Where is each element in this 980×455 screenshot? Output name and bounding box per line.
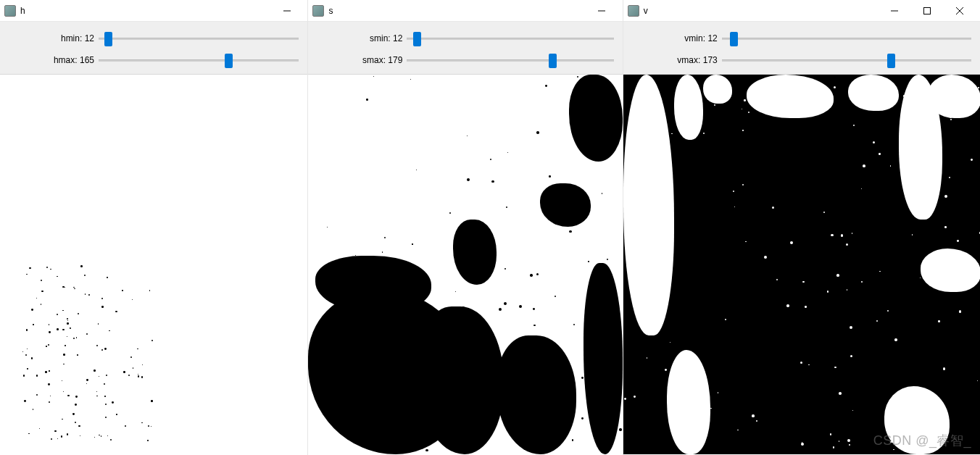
slider-thumb[interactable] xyxy=(104,32,112,46)
slider-value: 12 xyxy=(85,33,94,43)
slider-hmin: hmin: 12 xyxy=(0,28,307,49)
titlebar[interactable]: h xyxy=(0,0,307,22)
minimize-button[interactable] xyxy=(878,1,910,21)
titlebar[interactable]: s xyxy=(308,0,622,22)
slider-vmax: vmax: 173 xyxy=(623,49,980,71)
slider-hmax: hmax: 165 xyxy=(0,49,307,71)
slider-track[interactable] xyxy=(99,30,299,46)
slider-label: hmax: 165 xyxy=(0,55,99,65)
slider-label: smax: 179 xyxy=(308,55,407,65)
window-buttons xyxy=(878,1,976,21)
slider-rail xyxy=(407,38,613,41)
trackbar-panel: smin: 12smax: 179 xyxy=(308,22,622,75)
slider-rail xyxy=(722,38,971,41)
slider-value: 12 xyxy=(707,33,717,43)
image-canvas-v xyxy=(623,75,980,454)
slider-track[interactable] xyxy=(407,52,613,68)
maximize-button[interactable] xyxy=(910,1,943,21)
slider-smin: smin: 12 xyxy=(308,28,622,49)
window-v: vvmin: 12vmax: 173 xyxy=(623,0,980,455)
slider-thumb[interactable] xyxy=(549,54,557,68)
image-canvas-s xyxy=(308,75,622,454)
window-buttons xyxy=(270,1,303,21)
slider-rail xyxy=(99,38,299,41)
slider-value: 165 xyxy=(80,55,94,65)
window-title: h xyxy=(20,6,270,16)
slider-value: 179 xyxy=(388,55,402,65)
slider-value: 12 xyxy=(393,33,402,43)
slider-rail xyxy=(722,59,971,62)
window-h: hhmin: 12hmax: 165 xyxy=(0,0,307,455)
slider-vmin: vmin: 12 xyxy=(623,28,980,49)
slider-thumb[interactable] xyxy=(413,32,421,46)
image-canvas-h xyxy=(0,75,307,454)
app-icon xyxy=(312,5,324,17)
slider-thumb[interactable] xyxy=(225,54,233,68)
trackbar-panel: hmin: 12hmax: 165 xyxy=(0,22,307,75)
slider-smax: smax: 179 xyxy=(308,49,622,71)
slider-value: 173 xyxy=(703,55,718,65)
window-s: ssmin: 12smax: 179 xyxy=(307,0,622,455)
app-icon xyxy=(4,5,16,17)
window-buttons xyxy=(586,1,618,21)
slider-label: vmax: 173 xyxy=(623,55,722,65)
slider-label: vmin: 12 xyxy=(623,33,722,43)
window-title: s xyxy=(328,6,585,16)
close-button[interactable] xyxy=(943,1,976,21)
svg-rect-3 xyxy=(923,7,930,14)
slider-track[interactable] xyxy=(722,30,971,46)
trackbar-panel: vmin: 12vmax: 173 xyxy=(623,22,980,75)
slider-track[interactable] xyxy=(722,52,971,68)
slider-label: hmin: 12 xyxy=(0,33,99,43)
slider-rail xyxy=(407,59,613,62)
slider-label: smin: 12 xyxy=(308,33,407,43)
titlebar[interactable]: v xyxy=(623,0,980,22)
slider-rail xyxy=(99,59,299,62)
minimize-button[interactable] xyxy=(586,1,618,21)
app-icon xyxy=(628,5,639,17)
slider-track[interactable] xyxy=(99,52,299,68)
slider-thumb[interactable] xyxy=(887,54,895,68)
slider-track[interactable] xyxy=(407,30,613,46)
slider-thumb[interactable] xyxy=(730,32,738,46)
window-title: v xyxy=(644,6,878,16)
minimize-button[interactable] xyxy=(270,1,303,21)
